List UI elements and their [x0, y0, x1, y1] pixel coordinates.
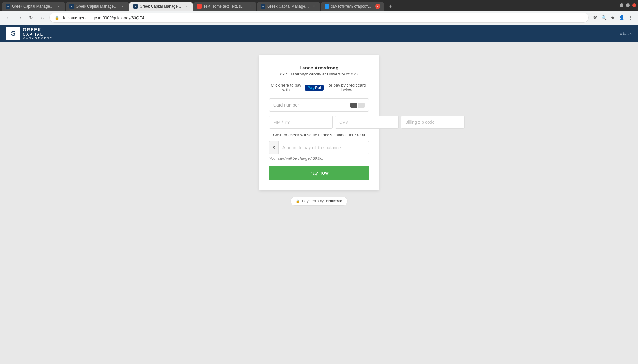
forward-nav-button[interactable]: → [15, 13, 24, 22]
paypal-logo-p1: Pay [307, 85, 315, 90]
user-org: XYZ Fraternity/Sorority at University of… [269, 72, 369, 76]
tab-favicon-5: S [261, 4, 265, 9]
tab-favicon-1: S [6, 4, 10, 9]
tab-title-2: Greek Capital Manageme [76, 4, 118, 9]
logo-line1: GREEK [23, 27, 53, 32]
browser-tab-4[interactable]: Text, some text Text, som × [193, 2, 256, 11]
pay-now-button[interactable]: Pay now [269, 166, 369, 180]
tab-title-5: Greek Capital Manageme [267, 4, 310, 9]
logo-line3: MANAGEMENT [23, 37, 53, 40]
tab-title-3: Greek Capital Manageme [140, 4, 182, 9]
reload-button[interactable]: ↻ [27, 13, 35, 22]
address-input[interactable]: 🔒 Не защищено | gc.m:3000/quick-pay/63QE… [49, 13, 589, 23]
card-icon-light [358, 103, 365, 108]
payment-card: Lance Armstrong XYZ Fraternity/Sorority … [259, 55, 379, 190]
paypal-row: Click here to pay with Pay Pal or pay by… [269, 83, 369, 92]
tab-title-6: заместитель старосте - т [331, 4, 373, 9]
balance-amount: $0.00 [355, 133, 365, 137]
star-icon[interactable]: ★ [609, 14, 617, 21]
new-tab-button[interactable]: + [386, 2, 395, 11]
card-number-group: Card number [269, 98, 369, 112]
card-details-row [269, 116, 369, 129]
tab-close-5[interactable]: × [311, 4, 316, 9]
tab-title-4: Text, some text Text, som [203, 4, 246, 9]
lock-icon: 🔒 [296, 199, 300, 203]
cvv-input[interactable] [335, 116, 399, 129]
charge-text: Your card will be charged $0.00. [269, 156, 369, 161]
tab-close-3[interactable]: × [184, 4, 189, 9]
extensions-icon[interactable]: ⚒ [591, 14, 599, 21]
zip-input[interactable] [401, 116, 465, 129]
search-icon[interactable]: 🔍 [600, 14, 608, 21]
amount-input-row: $ [269, 141, 369, 154]
user-name: Lance Armstrong [269, 65, 369, 70]
expiry-input[interactable] [269, 116, 333, 129]
payments-label: Payments by [302, 199, 324, 203]
url-text: gc.m:3000/quick-pay/63QE4 [93, 15, 144, 20]
tabs-bar: S Greek Capital Manageme × S Greek Capit… [0, 0, 638, 11]
tab-favicon-2: S [69, 4, 74, 9]
card-number-placeholder: Card number [273, 103, 299, 108]
balance-prefix: Cash or check will settle Lance's balanc… [273, 133, 353, 137]
tab-favicon-3: S [133, 4, 138, 9]
browser-tab-3[interactable]: S Greek Capital Manageme × [129, 2, 193, 11]
maximize-button[interactable] [626, 3, 630, 7]
amount-input[interactable] [279, 141, 369, 154]
tab-close-4[interactable]: × [248, 4, 253, 9]
tab-favicon-6 [325, 4, 329, 9]
browser-tab-1[interactable]: S Greek Capital Manageme × [2, 2, 65, 11]
braintree-footer: 🔒 Payments by Braintree [290, 197, 348, 206]
more-icon[interactable]: ⋮ [627, 14, 634, 21]
logo-text: GREEK CAPITAL MANAGEMENT [23, 27, 53, 40]
paypal-logo[interactable]: Pay Pal [305, 85, 324, 91]
paypal-logo-p2: Pal [315, 85, 321, 90]
card-type-icon [350, 103, 365, 108]
main-content: Lance Armstrong XYZ Fraternity/Sorority … [0, 42, 638, 364]
card-icon-dark [350, 103, 357, 108]
logo-line2: CAPITAL [23, 32, 53, 37]
paypal-suffix-text: or pay by credit card below. [326, 83, 369, 92]
balance-text: Cash or check will settle Lance's balanc… [269, 133, 369, 137]
browser-tab-6[interactable]: заместитель старосте - т × [321, 2, 384, 11]
minimize-button[interactable] [620, 3, 623, 7]
paypal-prefix-text: Click here to pay with [269, 83, 303, 92]
back-nav-button[interactable]: ← [4, 13, 13, 22]
browser-tab-2[interactable]: S Greek Capital Manageme × [66, 2, 129, 11]
browser-tab-5[interactable]: S Greek Capital Manageme × [257, 2, 320, 11]
security-icon: 🔒 [55, 15, 59, 20]
logo-icon: S [6, 27, 20, 40]
tab-close-2[interactable]: × [120, 4, 125, 9]
security-label: Не защищено [61, 15, 88, 20]
home-button[interactable]: ⌂ [38, 13, 47, 22]
card-number-field[interactable]: Card number [269, 98, 369, 112]
tab-close-1[interactable]: × [56, 4, 61, 9]
window-controls [620, 3, 636, 9]
back-link[interactable]: « back [620, 31, 632, 36]
address-bar-row: ← → ↻ ⌂ 🔒 Не защищено | gc.m:3000/quick-… [0, 11, 638, 25]
tab-title-1: Greek Capital Manageme [12, 4, 54, 9]
tab-close-6[interactable]: × [375, 4, 380, 9]
separator: | [90, 15, 91, 20]
logo-area: S GREEK CAPITAL MANAGEMENT [6, 27, 53, 40]
toolbar-icons: ⚒ 🔍 ★ 👤 ⋮ [591, 14, 634, 21]
profile-icon[interactable]: 👤 [618, 14, 625, 21]
app-header: S GREEK CAPITAL MANAGEMENT « back [0, 25, 638, 42]
browser-chrome: S Greek Capital Manageme × S Greek Capit… [0, 0, 638, 25]
braintree-brand: Braintree [326, 199, 342, 203]
tab-favicon-4 [197, 4, 202, 9]
close-button[interactable] [632, 3, 636, 7]
dollar-prefix: $ [269, 141, 279, 154]
